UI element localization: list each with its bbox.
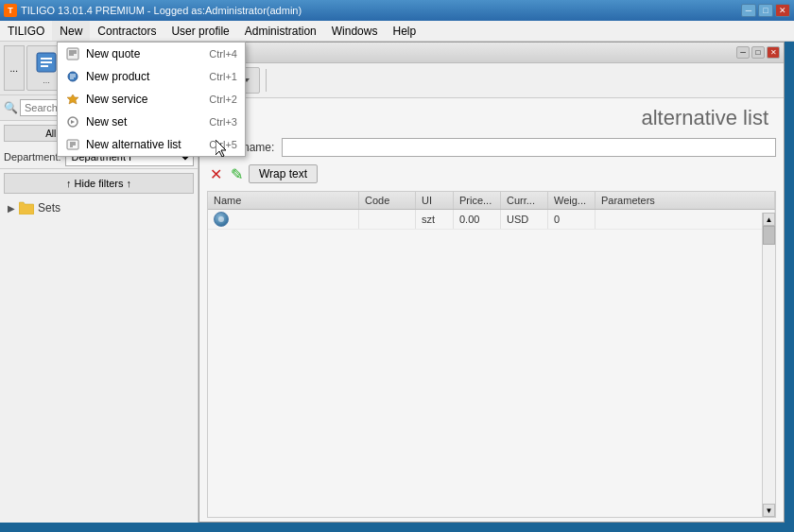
inner-close-btn[interactable]: ✕ [767,46,780,59]
new-quote-item[interactable]: New quote Ctrl+4 [58,43,245,65]
quote-icon [65,46,80,61]
title-text: TILIGO 13.01.4 PREMIUM - Logged as:Admin… [21,5,302,16]
set-icon [65,114,80,129]
col-price: Price... [454,192,501,209]
new-quote-shortcut: Ctrl+4 [209,48,237,60]
new-product-item[interactable]: New product Ctrl+1 [58,65,245,88]
menu-help[interactable]: Help [385,21,423,41]
scroll-up-arrow[interactable]: ▲ [763,213,775,226]
inner-restore-btn[interactable]: □ [751,46,765,59]
department-label: Department: [4,151,61,163]
service-icon [65,92,80,107]
new-service-shortcut: Ctrl+2 [209,94,237,105]
hide-filters-label: ↑ Hide filters ↑ [66,178,131,189]
hide-filters-button[interactable]: ↑ Hide filters ↑ [4,173,194,194]
sidebar-btn-label-1: ... [43,76,50,85]
maximize-button[interactable]: □ [758,4,773,17]
toolbar-separator-1 [266,69,267,92]
close-button[interactable]: ✕ [775,4,790,17]
sets-area: ▶ Sets [0,197,198,218]
inner-title-controls: ─ □ ✕ [736,46,780,59]
sidebar-more-btn[interactable]: ... [4,45,25,91]
cell-name [208,210,359,229]
cell-price: 0.00 [454,210,501,229]
table-body: szt 0.00 USD 0 [208,210,775,399]
search-icon: 🔍 [4,101,18,114]
svg-rect-0 [67,48,78,60]
export-name-input[interactable] [282,138,776,157]
inner-title-bar: ─ □ ✕ [199,43,784,63]
col-code: Code [359,192,416,209]
folder-icon [19,201,34,215]
scrollbar-track: ▲ ▼ [762,213,775,517]
table-header: Name Code UI Price... Curr... Weig... Pa… [208,192,775,210]
sets-label: Sets [38,201,60,215]
col-weig: Weig... [548,192,596,209]
title-bar-left: T TILIGO 13.01.4 PREMIUM - Logged as:Adm… [4,4,302,17]
cell-currency: USD [501,210,548,229]
alt-list-title: alternative list [199,98,784,134]
delete-icon[interactable]: ✕ [207,165,224,182]
new-set-item[interactable]: New set Ctrl+3 [58,111,245,133]
col-curr: Curr... [501,192,548,209]
col-name: Name [208,192,359,209]
new-quote-label: New quote [86,47,203,60]
action-bar: ✕ ✎ Wrap text [199,161,784,187]
new-service-item[interactable]: New service Ctrl+2 [58,88,245,111]
new-set-label: New set [86,115,203,129]
main-window: ─ □ ✕ alternative list Export name: ✕ ✎ [198,42,785,523]
new-product-shortcut: Ctrl+1 [209,71,237,82]
sidebar-icon-1 [35,51,58,74]
new-dropdown-menu: New quote Ctrl+4 New product Ctrl+1 [57,42,246,157]
app-icon: T [4,4,17,17]
title-controls: ─ □ ✕ [741,4,790,17]
new-product-label: New product [86,70,203,83]
cell-code [359,210,416,229]
cell-params [596,210,775,229]
data-table: Name Code UI Price... Curr... Weig... Pa… [207,191,776,518]
row-icon [214,212,229,227]
inner-minimize-btn[interactable]: ─ [736,46,750,59]
menu-new[interactable]: New [52,21,90,41]
edit-icon[interactable]: ✎ [228,165,245,182]
menu-windows[interactable]: Windows [324,21,386,41]
new-service-label: New service [86,93,203,106]
main-toolbar [199,63,784,98]
product-icon [65,69,80,84]
menu-administration[interactable]: Administration [237,21,324,41]
new-set-shortcut: Ctrl+3 [209,116,237,128]
scrollbar-thumb[interactable] [763,226,775,245]
altlist-icon [65,137,80,152]
wrap-text-button[interactable]: Wrap text [249,164,318,183]
table-row[interactable]: szt 0.00 USD 0 [208,210,775,230]
minimize-button[interactable]: ─ [741,4,756,17]
cell-ui: szt [416,210,454,229]
expand-icon[interactable]: ▶ [8,203,15,214]
menu-user-profile[interactable]: User profile [164,21,236,41]
menu-tiligo[interactable]: TILIGO [0,21,52,41]
col-ui: UI [416,192,454,209]
title-bar: T TILIGO 13.01.4 PREMIUM - Logged as:Adm… [0,0,794,21]
col-params: Parameters [596,192,775,209]
menu-bar: TILIGO New Contractors User profile Admi… [0,21,794,42]
cell-weight: 0 [548,210,596,229]
menu-contractors[interactable]: Contractors [90,21,164,41]
export-name-row: Export name: [199,134,784,161]
scroll-down-arrow[interactable]: ▼ [763,504,775,517]
new-altlist-shortcut: Ctrl+5 [209,139,237,150]
new-altlist-label: New alternative list [86,138,203,151]
new-alternative-list-item[interactable]: New alternative list Ctrl+5 [58,133,245,156]
